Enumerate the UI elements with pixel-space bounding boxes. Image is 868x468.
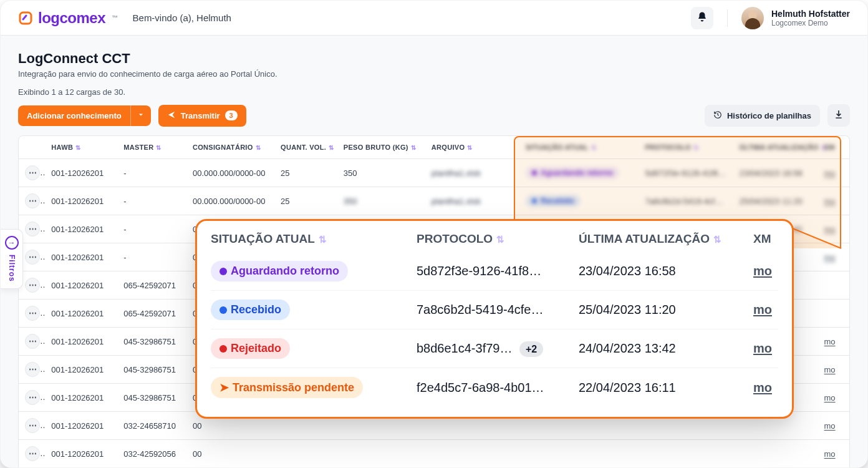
- xml-link[interactable]: mo: [824, 168, 836, 178]
- cell-qty: 25: [274, 159, 337, 187]
- col-hawb[interactable]: HAWB⇅: [45, 136, 117, 159]
- xml-link[interactable]: mo: [753, 381, 772, 394]
- status-chip: ➤ Transmissão pendente: [211, 377, 363, 398]
- callout-protocol: f2e4d5c7-6a98-4b01…: [417, 381, 579, 395]
- cell-xml: mo: [818, 159, 849, 187]
- callout-col-status: SITUAÇÃO ATUAL: [211, 232, 315, 245]
- row-actions-button[interactable]: ⋯: [25, 446, 40, 461]
- row-actions-button[interactable]: ⋯: [25, 222, 40, 236]
- transmit-count: 3: [225, 110, 238, 120]
- row-actions-button[interactable]: ⋯: [25, 390, 40, 405]
- cell-master: -: [117, 243, 186, 271]
- cell-master: 032-42592056: [117, 440, 186, 468]
- cell-hawb: 001-12026201: [45, 243, 117, 271]
- send-icon: [167, 110, 176, 121]
- cell-protocol: 7a8c6b2d-5419-4cfe…: [639, 187, 733, 215]
- table-row: ⋯ 001-12026201 - 00.000.000/0000-00 25 3…: [19, 187, 849, 215]
- add-knowledge-split-button[interactable]: Adicionar conhecimento: [18, 105, 151, 126]
- cell-weight: [337, 440, 425, 468]
- col-protocol[interactable]: PROTOCOLO⇅: [639, 136, 733, 159]
- sort-icon[interactable]: ⇅: [319, 234, 327, 245]
- cell-weight: 350: [337, 187, 425, 215]
- sort-icon[interactable]: ⇅: [713, 234, 721, 245]
- brand-tm: ™: [112, 14, 118, 21]
- xml-link[interactable]: mo: [753, 264, 772, 278]
- row-actions-button[interactable]: ⋯: [25, 278, 40, 293]
- xml-link[interactable]: mo: [824, 449, 836, 459]
- cell-master: 045-32986751: [117, 384, 186, 412]
- row-actions-button[interactable]: ⋯: [25, 250, 40, 265]
- history-button[interactable]: Histórico de planilhas: [705, 105, 820, 127]
- xml-link[interactable]: mo: [824, 253, 836, 262]
- xml-link[interactable]: mo: [824, 197, 836, 206]
- xml-link[interactable]: mo: [824, 393, 836, 402]
- cell-updated: [733, 440, 818, 468]
- notifications-button[interactable]: [691, 7, 713, 29]
- col-weight[interactable]: PESO BRUTO (KG)⇅: [337, 136, 425, 159]
- row-actions-button[interactable]: ⋯: [25, 362, 40, 377]
- row-actions-button[interactable]: ⋯: [25, 165, 40, 180]
- cell-hawb: 001-12026201: [45, 384, 117, 412]
- xml-link[interactable]: mo: [824, 365, 836, 374]
- cell-master: -: [117, 187, 186, 215]
- xml-link[interactable]: mo: [824, 337, 836, 346]
- xml-link[interactable]: mo: [824, 225, 836, 234]
- col-file[interactable]: ARQUIVO⇅: [425, 136, 519, 159]
- cell-master: 065-42592071: [117, 300, 186, 328]
- xml-link[interactable]: mo: [753, 341, 772, 355]
- cell-consignee: 00: [186, 440, 274, 468]
- callout-col-xml: XM: [753, 232, 771, 245]
- row-actions-button[interactable]: ⋯: [25, 306, 40, 321]
- page-subtitle: Integração para envio do conhecimento de…: [18, 69, 850, 79]
- cell-hawb: 001-12026201: [45, 412, 117, 440]
- col-consignee[interactable]: CONSIGNATÁRIO⇅: [186, 136, 274, 159]
- cell-hawb: 001-12026201: [45, 187, 117, 215]
- page-title: LogConnect CCT: [18, 51, 850, 67]
- row-actions-button[interactable]: ⋯: [25, 193, 40, 208]
- cell-updated: 25/04/2023 11:20: [733, 187, 818, 215]
- sort-icon: ⇅: [467, 144, 472, 151]
- row-actions-button[interactable]: ⋯: [25, 418, 40, 433]
- callout-col-protocol: PROTOCOLO: [417, 232, 493, 245]
- download-button[interactable]: [827, 104, 850, 127]
- cell-master: 045-32986751: [117, 356, 186, 384]
- col-qty[interactable]: QUANT. VOL.⇅: [274, 136, 337, 159]
- add-knowledge-dropdown[interactable]: [130, 105, 151, 126]
- app-header: logcomex ™ Bem-vindo (a), Helmuth Helmut…: [1, 1, 867, 36]
- arrow-right-circle-icon: →: [5, 236, 19, 250]
- col-master[interactable]: MASTER⇅: [117, 136, 186, 159]
- avatar: [741, 7, 764, 29]
- brand-logo[interactable]: logcomex ™: [18, 9, 118, 27]
- callout-col-updated: ÚLTIMA ATUALIZAÇÃO: [579, 232, 710, 245]
- cell-master: 032-24658710: [117, 412, 186, 440]
- add-knowledge-button[interactable]: Adicionar conhecimento: [18, 105, 130, 126]
- cell-consignee: 00.000.000/0000-00: [186, 159, 274, 187]
- xml-link[interactable]: mo: [753, 303, 772, 316]
- cell-protocol: [639, 440, 733, 468]
- brand-logo-icon: [18, 11, 33, 26]
- col-updated[interactable]: ÚLTIMA ATUALIZAÇÃO⇅: [733, 136, 818, 159]
- cell-master: -: [117, 215, 186, 243]
- table-row: ⋯ 001-12026201 032-42592056 00 mo: [19, 440, 849, 468]
- callout-row: Aguardando retorno 5d872f3e-9126-41f8… 2…: [211, 252, 778, 290]
- xml-link[interactable]: mo: [824, 421, 836, 431]
- cell-hawb: 001-12026201: [45, 215, 117, 243]
- col-xml[interactable]: XM: [818, 136, 849, 159]
- cell-status: Recebido: [519, 187, 639, 215]
- col-status[interactable]: SITUAÇÃO ATUAL⇅: [519, 136, 639, 159]
- user-org: Logcomex Demo: [771, 19, 850, 27]
- send-icon: ➤: [219, 381, 229, 394]
- callout-updated: 22/04/2023 16:11: [579, 381, 753, 395]
- cell-protocol: 5d872f3e-9126-41f8…: [639, 159, 733, 187]
- cell-weight: 350: [337, 159, 425, 187]
- user-menu[interactable]: Helmuth Hofstatter Logcomex Demo: [741, 7, 850, 29]
- row-actions-button[interactable]: ⋯: [25, 334, 40, 349]
- cell-master: 045-32986751: [117, 328, 186, 356]
- sort-icon[interactable]: ⇅: [496, 234, 504, 245]
- callout-updated: 25/04/2023 11:20: [579, 303, 753, 317]
- transmit-button[interactable]: Transmitir 3: [158, 105, 246, 127]
- cell-xml: [818, 300, 849, 328]
- filters-tab[interactable]: → Filtros: [1, 229, 23, 289]
- status-chip: Aguardando retorno: [526, 167, 619, 179]
- chevron-down-icon: [137, 111, 145, 120]
